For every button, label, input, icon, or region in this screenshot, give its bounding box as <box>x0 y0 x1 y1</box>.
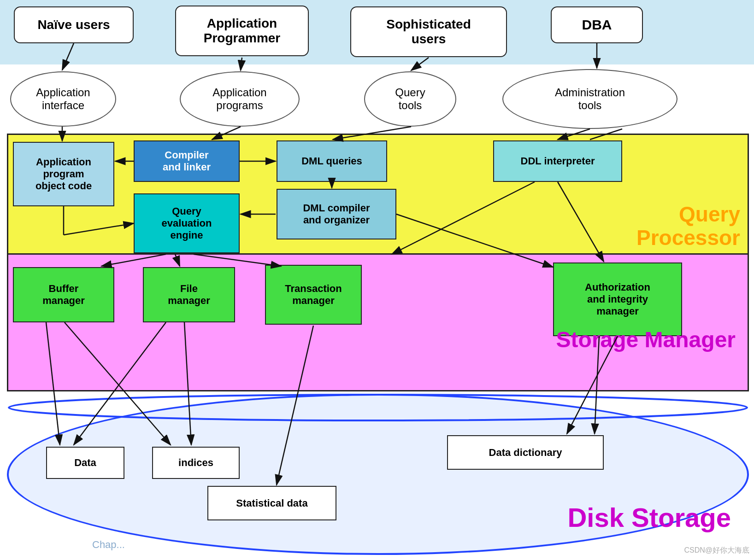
user-naive: Naïve users <box>14 6 134 43</box>
box-file: Filemanager <box>143 267 235 322</box>
watermark: CSDN@好你大海底 <box>684 546 749 555</box>
ds-label: Disk Storage <box>567 502 731 532</box>
data-label: Data <box>74 457 96 469</box>
oval-appinterface: Applicationinterface <box>10 71 116 127</box>
chapter-text: Chap... <box>92 539 125 551</box>
box-buffer: Buffermanager <box>13 267 114 322</box>
dba-label: DBA <box>582 17 612 33</box>
disk-statdata: Statistical data <box>207 486 336 520</box>
diagram-container: Naïve users ApplicationProgrammer Sophis… <box>0 0 754 560</box>
disk-storage-label: Disk Storage <box>567 502 731 533</box>
box-ddlinterp: DDL interpreter <box>493 140 622 182</box>
box-transaction: Transactionmanager <box>265 265 362 325</box>
box-dmlcomp: DML compilerand organizer <box>277 189 396 239</box>
oval-admintools: Administrationtools <box>502 69 677 129</box>
dmlcomp-label: DML compilerand organizer <box>303 202 370 226</box>
admintools-label: Administrationtools <box>555 86 625 112</box>
disk-dict: Data dictionary <box>447 435 604 470</box>
ddlinterp-label: DDL interpreter <box>521 155 595 167</box>
appprograms-label: Applicationprograms <box>212 86 266 112</box>
chapter-label: Chap... <box>92 539 125 550</box>
watermark-text: CSDN@好你大海底 <box>684 546 749 554</box>
querytools-label: Querytools <box>395 86 425 112</box>
oval-querytools: Querytools <box>364 71 456 127</box>
box-auth: Authorizationand integritymanager <box>553 262 682 336</box>
buffer-label: Buffermanager <box>42 283 85 307</box>
user-sophisticated: Sophisticatedusers <box>350 6 507 57</box>
box-qee: Queryevaluationengine <box>134 193 240 253</box>
user-dba: DBA <box>551 6 643 43</box>
dict-label: Data dictionary <box>489 447 562 459</box>
transaction-label: Transactionmanager <box>285 283 342 307</box>
box-compiler: Compilerand linker <box>134 140 240 182</box>
storage-manager-label: Storage Manager <box>556 327 736 352</box>
query-processor-label: QueryProcessor <box>636 203 740 249</box>
appdev-label: ApplicationProgrammer <box>204 16 281 46</box>
naive-label: Naïve users <box>37 18 110 32</box>
dmlqueries-label: DML queries <box>301 155 362 167</box>
oval-appprograms: Applicationprograms <box>180 71 300 127</box>
sm-label: Storage Manager <box>556 327 736 352</box>
indices-label: indices <box>178 457 213 469</box>
compiler-label: Compilerand linker <box>163 149 211 173</box>
sophisticated-label: Sophisticatedusers <box>386 17 471 47</box>
appinterface-label: Applicationinterface <box>36 86 90 112</box>
statdata-label: Statistical data <box>236 497 307 509</box>
file-label: Filemanager <box>168 283 210 307</box>
qp-label: QueryProcessor <box>636 202 740 250</box>
disk-data: Data <box>46 447 124 479</box>
qee-label: Queryevaluationengine <box>162 205 212 241</box>
box-appobj: Applicationprogramobject code <box>13 142 114 206</box>
user-appdev: ApplicationProgrammer <box>175 6 309 56</box>
auth-label: Authorizationand integritymanager <box>585 281 650 317</box>
appobj-label: Applicationprogramobject code <box>35 156 92 192</box>
disk-indices: indices <box>152 447 240 479</box>
box-dmlqueries: DML queries <box>277 140 387 182</box>
